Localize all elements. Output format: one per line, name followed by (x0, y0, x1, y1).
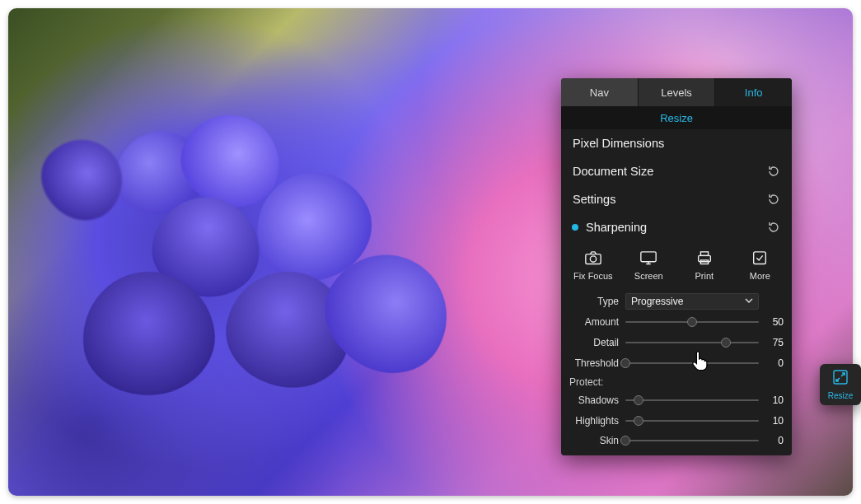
chevron-down-icon (745, 296, 753, 307)
select-value: Progressive (631, 296, 683, 307)
skin-slider[interactable] (625, 435, 759, 446)
type-select[interactable]: Progressive (625, 293, 759, 310)
camera-icon (584, 250, 602, 267)
slider-track (625, 362, 759, 364)
highlights-control: Highlights 10 (561, 410, 792, 431)
active-indicator-dot (572, 224, 578, 231)
tab-label: Info (745, 86, 763, 99)
panel-tabs: Nav Levels Info (561, 78, 792, 106)
preset-label: Fix Focus (573, 271, 613, 281)
slider-thumb[interactable] (634, 395, 643, 405)
svg-rect-2 (641, 252, 656, 262)
svg-point-1 (590, 256, 596, 262)
control-label: Detail (561, 337, 625, 348)
section-resize-header[interactable]: Resize (561, 106, 792, 129)
control-label: Type (561, 296, 625, 307)
tab-info[interactable]: Info (715, 78, 792, 106)
amount-slider[interactable] (625, 316, 759, 328)
slider-track (625, 399, 759, 401)
revert-icon[interactable] (767, 221, 780, 234)
row-sharpening[interactable]: Sharpening (561, 213, 792, 241)
tab-nav[interactable]: Nav (561, 78, 639, 106)
skin-control: Skin 0 (561, 431, 792, 455)
slider-track (625, 420, 759, 422)
threshold-control: Threshold 0 (561, 352, 792, 373)
row-label: Document Size (573, 165, 767, 178)
slider-thumb[interactable] (687, 317, 697, 327)
preset-print-button[interactable]: Print (677, 245, 732, 286)
resize-tool-tile[interactable]: Resize (820, 364, 861, 405)
row-settings[interactable]: Settings (561, 185, 792, 213)
properties-panel: Nav Levels Info Resize Pixel Dimensions … (561, 78, 792, 455)
sharpening-presets: Fix Focus Screen Print More (561, 241, 792, 291)
svg-rect-4 (700, 252, 708, 256)
section-title-text: Resize (660, 112, 693, 124)
control-label: Shadows (561, 394, 625, 406)
decorative-petal (26, 123, 139, 236)
slider-track (625, 440, 759, 441)
control-value: 10 (759, 415, 784, 427)
control-label: Skin (561, 435, 625, 446)
slider-thumb[interactable] (620, 436, 630, 446)
amount-control: Amount 50 (561, 311, 792, 332)
row-pixel-dimensions[interactable]: Pixel Dimensions (561, 129, 792, 157)
slider-thumb[interactable] (620, 358, 630, 368)
preset-label: More (750, 271, 770, 281)
control-value: 75 (759, 337, 784, 348)
revert-icon[interactable] (767, 165, 780, 178)
control-label: Amount (561, 316, 625, 328)
tab-label: Nav (590, 86, 609, 99)
preset-label: Screen (634, 271, 663, 281)
preset-label: Print (695, 271, 714, 281)
row-label: Settings (573, 193, 767, 206)
control-label: Threshold (561, 357, 625, 369)
checkbox-icon (751, 250, 769, 267)
preset-fix-focus-button[interactable]: Fix Focus (566, 245, 620, 286)
tab-levels[interactable]: Levels (639, 78, 716, 106)
preset-screen-button[interactable]: Screen (622, 245, 676, 286)
monitor-icon (639, 250, 657, 267)
slider-track (625, 342, 759, 343)
row-document-size[interactable]: Document Size (561, 157, 792, 185)
row-label: Pixel Dimensions (573, 137, 780, 150)
slider-thumb[interactable] (634, 416, 643, 426)
protect-heading: Protect: (561, 373, 792, 390)
control-label: Highlights (561, 415, 625, 427)
type-control: Type Progressive (561, 291, 792, 311)
detail-slider[interactable] (625, 337, 759, 348)
shadows-control: Shadows 10 (561, 390, 792, 410)
detail-control: Detail 75 (561, 332, 792, 352)
svg-rect-6 (754, 252, 766, 264)
threshold-slider[interactable] (625, 357, 759, 369)
control-value: 0 (759, 435, 784, 446)
row-label: Sharpening (586, 221, 767, 234)
control-value: 50 (759, 316, 784, 328)
control-value: 0 (759, 357, 784, 369)
control-value: 10 (759, 394, 784, 406)
revert-icon[interactable] (767, 193, 780, 206)
highlights-slider[interactable] (625, 415, 759, 427)
preset-more-button[interactable]: More (733, 245, 788, 286)
tab-label: Levels (661, 86, 692, 99)
slider-thumb[interactable] (721, 338, 731, 348)
resize-icon (832, 369, 849, 389)
tile-label: Resize (828, 391, 854, 400)
shadows-slider[interactable] (625, 394, 759, 406)
printer-icon (695, 250, 714, 267)
